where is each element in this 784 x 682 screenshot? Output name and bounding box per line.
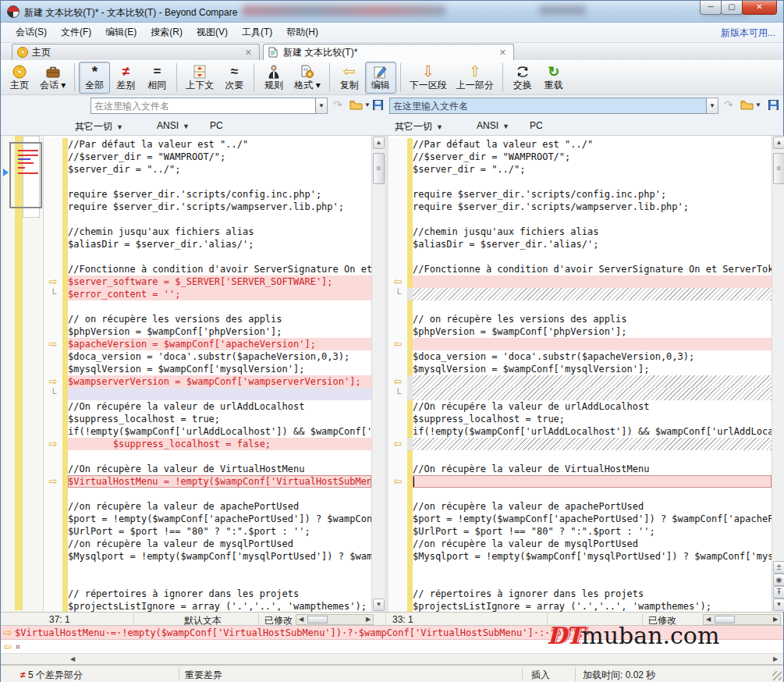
code-line[interactable]: // répertoires à ignorer dans les projet… (44, 588, 371, 600)
menu-item-2[interactable]: 编辑(E) (98, 23, 144, 42)
code-line[interactable]: //$server_dir = "WAMPROOT/"; (388, 151, 772, 163)
code-line[interactable] (44, 563, 371, 575)
code-line[interactable]: ⇨$VirtualHostMenu = !empty($wampConf['Vi… (44, 475, 371, 488)
scroll-down-icon[interactable]: ▼ (373, 599, 385, 611)
code-line[interactable] (44, 250, 371, 263)
left-editor-pane[interactable]: //Par défaut la valeur est "../"//$serve… (44, 136, 385, 612)
scroll-thumb[interactable] (307, 616, 328, 623)
code-line[interactable]: $server_dir = "../"; (44, 163, 371, 176)
menu-item-4[interactable]: 视图(V) (190, 23, 235, 42)
code-line[interactable]: $suppress_localhost = true; (388, 413, 772, 425)
toolbar-button-home[interactable]: 主页 (4, 62, 35, 94)
right-open-caret-icon[interactable]: ▼ (755, 101, 761, 108)
code-line[interactable]: $Mysqlport = !empty($wampConf['mysqlPort… (388, 550, 772, 563)
code-line[interactable]: //$server_dir = "WAMPROOT/"; (44, 151, 371, 163)
code-line[interactable]: $server_dir = "../"; (388, 163, 772, 176)
scroll-center-diff-icon[interactable]: ± (773, 561, 784, 574)
code-line[interactable]: //On récupère la valeur de VirtualHostMe… (388, 463, 772, 475)
code-line[interactable]: $UrlPort = $port !== "80" ? ":".$port : … (44, 525, 371, 538)
toolbar-button-reload[interactable]: ↻重载 (538, 62, 569, 94)
code-line[interactable]: //Par défaut la valeur est "../" (44, 138, 371, 151)
toolbar-button-format[interactable]: 格式 ▾ (289, 62, 325, 94)
minimize-button[interactable]: ─ (700, 1, 722, 15)
scroll-thumb[interactable] (373, 153, 385, 184)
tab-home[interactable]: 主页✕ (12, 44, 260, 60)
code-line[interactable]: //on récupère la valeur de apachePortUse… (388, 500, 772, 513)
scroll-up-icon[interactable]: ▲ (373, 137, 385, 149)
code-line[interactable]: require $server_dir.'scripts/wampserver.… (388, 201, 772, 213)
code-line[interactable]: //chemin jusqu'aux fichiers alias (44, 226, 371, 238)
tab-close-icon[interactable]: ✕ (243, 48, 254, 58)
code-line[interactable]: $port = !empty($wampConf['apachePortUsed… (388, 513, 772, 525)
code-line[interactable]: ⇨$server_software = $_SERVER['SERVER_SOF… (44, 275, 371, 288)
code-line[interactable]: $aliasDir = $server_dir.'alias/'; (388, 238, 772, 250)
code-line[interactable]: ⇦ (388, 375, 772, 388)
code-line[interactable]: ⇨$apacheVersion = $wampConf['apacheVersi… (44, 338, 371, 350)
left-horizontal-scrollbar[interactable]: ◀ ▶ (296, 614, 374, 625)
code-line[interactable]: //on récupère la valeur de mysqlPortUsed (44, 538, 371, 550)
scroll-right-icon[interactable]: ▶ (771, 655, 780, 664)
maximize-button[interactable]: ▢ (721, 1, 743, 15)
code-line[interactable]: $phpVersion = $wampConf['phpVersion']; (44, 325, 371, 338)
code-line[interactable]: └ (44, 388, 371, 400)
right-line-ending-button[interactable]: PC (530, 120, 543, 131)
resize-grip[interactable] (772, 671, 782, 680)
code-line[interactable]: $doca_version = 'doca'.substr($apacheVer… (44, 350, 371, 363)
scroll-down-icon[interactable]: ▼ (773, 599, 784, 611)
code-line[interactable]: //on récupère la valeur de apachePortUse… (44, 500, 371, 513)
code-line[interactable] (388, 488, 772, 500)
right-vertical-scrollbar[interactable]: ▲ ± ◉ Ŧ ▼ (772, 136, 784, 612)
toolbar-button-sessions[interactable]: 会话 ▾ (35, 62, 70, 94)
left-encoding-button[interactable]: ANSI▼ (157, 120, 190, 131)
code-line[interactable]: //On récupère la valeur de VirtualHostMe… (44, 463, 371, 475)
scroll-thumb[interactable] (773, 153, 784, 184)
left-open-caret-icon[interactable]: ▼ (364, 101, 371, 108)
code-line[interactable]: $UrlPort = $port !== "80" ? ":".$port : … (388, 525, 772, 538)
detail-horizontal-scrollbar[interactable]: ◀ ▶ (1, 654, 783, 665)
toolbar-button-edit[interactable]: 编辑 (365, 62, 396, 94)
code-line[interactable]: ⇨$wampserverVersion = $wampConf['wampser… (44, 375, 371, 388)
right-encoding-button[interactable]: ANSI▼ (477, 120, 509, 131)
code-line[interactable]: //On récupére la valeur de urlAddLocalho… (44, 400, 371, 413)
left-line-ending-button[interactable]: PC (210, 120, 223, 131)
tab-close-icon[interactable]: ✕ (497, 48, 509, 58)
tab-text-compare[interactable]: 新建 文本比较(T)*✕ (263, 44, 514, 60)
diff-minimap[interactable] (3, 136, 44, 612)
code-line[interactable]: ⇦ (388, 475, 772, 488)
right-filename-dropdown[interactable]: ▼ (707, 98, 718, 114)
right-editor-pane[interactable]: //Par défaut la valeur est "../"//$serve… (388, 136, 784, 612)
code-line[interactable] (388, 300, 772, 313)
toolbar-button-diffs[interactable]: ≠差别 (110, 62, 141, 94)
code-line[interactable]: $port = !empty($wampConf['apachePortUsed… (44, 513, 371, 525)
code-line[interactable] (44, 575, 371, 588)
code-line[interactable]: //Par défaut la valeur est "../" (388, 138, 772, 151)
toolbar-button-context[interactable]: 上下文 (181, 62, 218, 94)
toolbar-button-same[interactable]: =相同 (141, 62, 172, 94)
toolbar-button-copy[interactable]: ⇦复制 (334, 62, 365, 94)
code-line[interactable]: $mysqlVersion = $wampConf['mysqlVersion'… (44, 363, 371, 375)
right-format-everything-button[interactable]: 其它一切▼ (395, 120, 443, 133)
code-line[interactable]: //on récupère la valeur de mysqlPortUsed (388, 538, 772, 550)
code-line[interactable]: //On récupére la valeur de urlAddLocalho… (388, 400, 772, 413)
code-line[interactable]: //Fonctionne à condition d'avoir ServerS… (388, 263, 772, 275)
update-available-link[interactable]: 新版本可用... (721, 27, 775, 40)
close-button[interactable]: ✕ (742, 1, 777, 15)
code-line[interactable]: $doca_version = 'doca'.substr($apacheVer… (388, 350, 772, 363)
code-line[interactable]: ⇦ (388, 275, 772, 288)
right-save-icon[interactable] (768, 100, 779, 110)
code-line[interactable]: $Mysqlport = !empty($wampConf['mysqlPort… (44, 550, 371, 563)
code-line[interactable] (44, 213, 371, 226)
toolbar-button-prev-part[interactable]: ⇧上一部分 (452, 62, 498, 94)
right-open-folder-icon[interactable] (740, 100, 754, 110)
menu-item-6[interactable]: 帮助(H) (279, 23, 325, 42)
code-line[interactable]: $mysqlVersion = $wampConf['mysqlVersion'… (388, 363, 772, 375)
left-filename-dropdown[interactable]: ▼ (316, 98, 328, 114)
code-line[interactable]: require $server_dir.'scripts/config.inc.… (388, 188, 772, 201)
code-line[interactable]: //Fonctionne à condition d'avoir ServerS… (44, 263, 371, 275)
code-line[interactable] (388, 450, 772, 463)
code-line[interactable]: $aliasDir = $server_dir.'alias/'; (44, 238, 371, 250)
code-line[interactable] (388, 176, 772, 188)
code-line[interactable] (388, 213, 772, 226)
scroll-last-diff-icon[interactable]: Ŧ (773, 586, 784, 599)
left-open-folder-icon[interactable] (349, 100, 363, 110)
